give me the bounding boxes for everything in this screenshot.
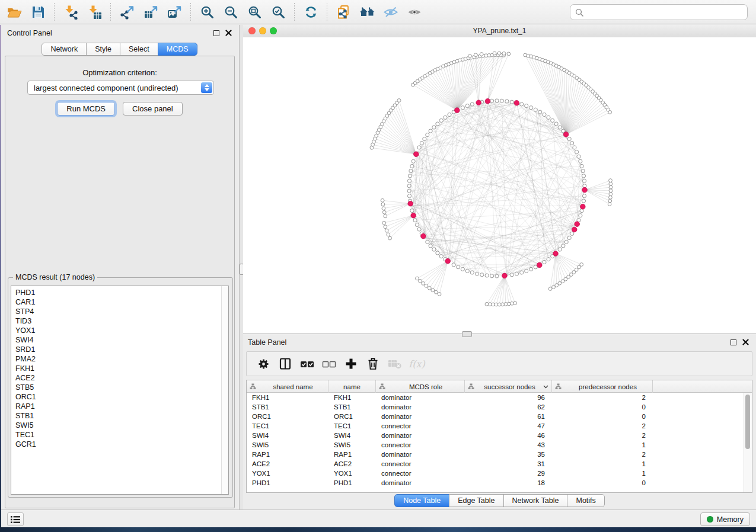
mcds-result-item[interactable]: TEC1 [15,430,228,440]
scrollbar-thumb[interactable] [745,395,750,449]
mcds-result-item[interactable]: YOX1 [15,326,228,335]
optimization-criterion-select[interactable]: largest connected component (undirected) [27,81,214,95]
close-panel-button[interactable]: Close panel [123,102,183,116]
list-scrollbar[interactable] [221,286,228,494]
duplicate-network-button[interactable] [331,2,355,22]
tab-style[interactable]: Style [86,43,120,56]
tab-node-table[interactable]: Node Table [394,494,449,507]
mcds-result-list[interactable]: PHD1CAR1STP4TID3YOX1SWI4SRD1PMA2FKH1ACE2… [11,286,229,495]
mcds-result-item[interactable]: ORC1 [15,392,228,402]
table-row[interactable]: RAP1RAP1dominator352 [247,450,744,459]
add-column-button[interactable] [342,354,361,373]
split-panel-button[interactable] [276,354,295,373]
refresh-view-button[interactable] [299,2,323,22]
mcds-result-item[interactable]: STP4 [15,307,228,316]
import-network-button[interactable] [59,2,82,22]
cell-MCDS-role: dominator [376,394,465,401]
table-row[interactable]: PHD1PHD1dominator180 [247,478,744,488]
mcds-result-item[interactable]: GCR1 [15,440,228,449]
open-file-button[interactable] [2,2,26,22]
column-header-MCDS-role[interactable]: MCDS role [376,380,465,393]
mcds-result-item[interactable]: CAR1 [15,297,228,307]
split-panel-icon [279,357,292,370]
export-table-icon [143,5,158,20]
toolbar-separator [190,3,191,21]
import-network-icon [63,5,78,20]
show-all-icon [407,5,422,20]
close-table-panel-icon[interactable] [742,339,749,345]
float-table-panel-icon[interactable] [731,339,736,345]
tab-select[interactable]: Select [120,43,158,56]
mcds-result-item[interactable]: STB5 [15,383,228,392]
run-mcds-button[interactable]: Run MCDS [57,102,115,116]
cell-shared-name: YOX1 [247,470,328,477]
mcds-result-item[interactable]: TID3 [15,316,228,326]
column-header-shared-name[interactable]: shared name [247,380,328,393]
show-all-button[interactable] [403,2,426,22]
table-row[interactable]: STB1STB1dominator620 [247,402,744,412]
column-header-name[interactable]: name [328,380,376,393]
cell-predecessor-nodes: 1 [552,460,653,467]
save-session-button[interactable] [26,2,50,22]
mcds-result-item[interactable]: FKH1 [15,364,228,373]
zoom-fit-button[interactable] [243,2,266,22]
refresh-view-icon [304,5,318,20]
column-header-predecessor-nodes[interactable]: predecessor nodes [552,380,653,393]
mcds-result-item[interactable]: PHD1 [15,288,228,297]
export-image-button[interactable] [162,2,186,22]
mcds-result-item[interactable]: SWI5 [15,421,228,430]
table-row[interactable]: FKH1FKH1dominator962 [247,393,744,402]
export-table-button[interactable] [139,2,162,22]
zoom-in-button[interactable] [195,2,219,22]
memory-status-icon [707,516,713,523]
table-row[interactable]: TEC1TEC1connector472 [247,421,744,431]
toolbar-separator [327,3,327,21]
tab-motifs[interactable]: Motifs [567,494,604,507]
search-icon [575,8,583,17]
delete-column-button[interactable] [363,354,382,373]
search-input[interactable] [587,7,742,17]
close-panel-icon[interactable] [225,30,232,36]
float-panel-icon[interactable] [213,30,219,36]
cell-shared-name: TEC1 [247,422,328,430]
control-panel-title: Control Panel [7,29,52,37]
cell-shared-name: SWI5 [247,441,328,448]
column-header-successor-nodes[interactable]: successor nodes [465,380,552,393]
table-scrollbar[interactable] [744,393,752,492]
hide-selected-button[interactable] [379,2,403,22]
table-row[interactable]: ORC1ORC1dominator610 [247,412,744,421]
search-box[interactable] [570,4,748,20]
tab-edge-table[interactable]: Edge Table [449,494,503,507]
network-canvas[interactable] [243,37,756,334]
mcds-result-item[interactable]: RAP1 [15,402,228,411]
mcds-result-item[interactable]: PMA2 [15,354,228,364]
table-settings-button[interactable] [254,354,273,373]
table-row[interactable]: ACE2ACE2connector311 [247,459,744,469]
deselect-all-rows-button[interactable] [320,354,339,373]
mcds-result-groupbox: MCDS result (17 nodes) PHD1CAR1STP4TID3Y… [8,277,233,498]
mcds-result-item[interactable]: SRD1 [15,345,228,354]
tab-network-table[interactable]: Network Table [503,494,568,507]
tab-mcds[interactable]: MCDS [158,43,197,56]
network-graph[interactable] [243,37,756,334]
select-all-rows-button[interactable] [298,354,317,373]
cell-MCDS-role: dominator [376,451,465,458]
mcds-result-item[interactable]: SWI4 [15,335,228,345]
table-row[interactable]: SWI5SWI5connector431 [247,440,744,450]
zoom-selected-button[interactable] [266,2,290,22]
table-row[interactable]: SWI4SWI4dominator462 [247,431,744,440]
network-window-titlebar[interactable]: YPA_prune.txt_1 [243,25,756,38]
memory-button[interactable]: Memory [700,512,750,526]
first-neighbors-button[interactable] [355,2,379,22]
task-history-button[interactable] [7,512,24,526]
function-builder-button: f(x) [407,354,426,373]
import-table-button[interactable] [82,2,106,22]
tab-network[interactable]: Network [42,43,87,56]
mcds-result-item[interactable]: ACE2 [15,373,228,383]
mcds-result-item[interactable]: STB1 [15,411,228,421]
table-panel-header: Table Panel [243,334,756,351]
table-row[interactable]: YOX1YOX1connector291 [247,469,744,478]
cell-shared-name: SWI4 [247,432,328,439]
export-network-button[interactable] [115,2,139,22]
zoom-out-button[interactable] [219,2,243,22]
